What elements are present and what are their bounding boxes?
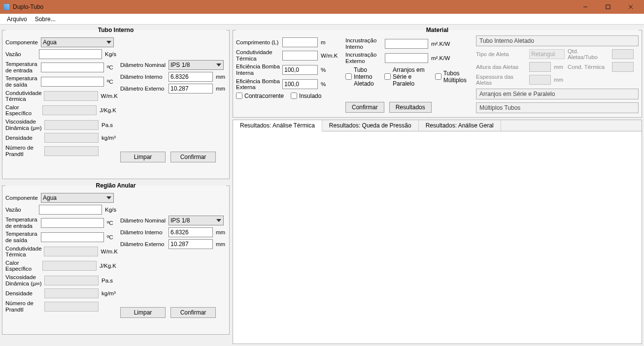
menubar: Arquivo Sobre... (0, 14, 644, 25)
mat-confirmar-button[interactable]: Confirmar (345, 102, 384, 113)
ra-temp-saida-label: Temperatura de saída (5, 231, 39, 243)
close-button[interactable] (619, 0, 642, 14)
fin-esp-label: Espessura das Aletas (476, 74, 526, 86)
maximize-button[interactable] (597, 0, 619, 14)
ti-componente-label: Componente (5, 39, 39, 46)
ra-componente-select[interactable]: Agua (41, 193, 114, 203)
mat-incr-ext-input[interactable] (385, 53, 428, 63)
fin-tipo-select: Retangular (529, 49, 565, 59)
fin-esp-input (529, 75, 551, 85)
fieldset-tubo-interno: Tubo Interno Componente Agua Vazão Kg/s … (2, 27, 230, 179)
ra-dens-label: Densidade (5, 290, 42, 297)
mat-ef-bomba-int-label: Eficiência Bomba Interna (236, 63, 280, 76)
ra-dens-unit: kg/m³ (102, 290, 116, 296)
ti-diam-nom-select[interactable]: IPS 1/8 (169, 60, 224, 70)
ti-prandtl-label: Número de Prandtl (5, 145, 42, 157)
mat-ef-bomba-ext-input[interactable] (282, 79, 318, 89)
ra-limpar-button[interactable]: Limpar (120, 307, 166, 318)
ti-diam-ext-unit: mm (216, 86, 225, 92)
ra-diam-int-unit: mm (216, 229, 225, 235)
chk-tubo-aletado[interactable]: Tubo Interno Aletado (345, 66, 380, 87)
fin-altura-label: Altura das Aletas (476, 64, 526, 70)
box-mult: Múltiplos Tubos (476, 102, 639, 113)
ra-calor-esp-input (42, 261, 97, 271)
box-arranjos: Arranjos em Série e Paralelo (476, 89, 639, 99)
mat-comprimento-label: Comprimento (L) (236, 39, 280, 46)
ti-diam-int-input[interactable] (169, 72, 213, 82)
menu-sobre[interactable]: Sobre... (31, 15, 60, 24)
fin-cond-input (612, 62, 634, 72)
fin-altura-input (529, 62, 551, 72)
tab-analise-termica[interactable]: Resultados: Análise Térmica (233, 120, 322, 131)
ti-limpar-button[interactable]: Limpar (120, 152, 166, 162)
ra-visc-din-label: Viscosidade Dinâmica (µ∞) (5, 274, 42, 286)
ra-diam-int-input[interactable] (169, 227, 213, 237)
fin-qtd-label: Qtd. Aletas/Tubo (568, 48, 609, 60)
ti-vazao-input[interactable] (39, 49, 102, 59)
ra-vazao-label: Vazão (5, 207, 37, 213)
ti-temp-saida-unit: ºC (107, 79, 113, 85)
app-icon (3, 3, 10, 10)
ti-diam-ext-input[interactable] (169, 84, 213, 94)
ra-temp-entrada-input[interactable] (41, 218, 104, 228)
ti-temp-entrada-input[interactable] (41, 63, 104, 72)
ra-diam-nom-select[interactable]: IPS 1/8 (169, 216, 224, 225)
fin-altura-unit: mm (554, 64, 565, 70)
ra-visc-din-input (44, 276, 99, 285)
ra-confirmar-button[interactable]: Confirmar (170, 307, 216, 318)
ra-diam-ext-input[interactable] (169, 239, 213, 249)
ti-temp-saida-input[interactable] (41, 77, 104, 87)
fieldset-regiao-anular: Região Anular Componente Agua Vazão Kg/s… (2, 182, 230, 335)
ra-vazao-input[interactable] (39, 205, 102, 215)
svg-rect-1 (606, 5, 610, 9)
chk-insulado[interactable]: Insulado (291, 93, 321, 99)
mat-incr-int-input[interactable] (385, 39, 428, 49)
ti-visc-din-label: Viscosidade Dinâmica (µ∞) (5, 119, 42, 131)
ti-componente-select[interactable]: Agua (41, 37, 114, 47)
mat-cond-term-label: Condutividade Térmica (236, 49, 280, 62)
ra-prandtl-label: Número de Prandtl (5, 300, 42, 313)
chk-contracorrente[interactable]: Contracorrente (236, 93, 284, 99)
ti-diam-nom-label: Diâmetro Nominal (120, 62, 167, 68)
chk-tubos-mult[interactable]: Tubos Múltiplos (435, 70, 467, 84)
mat-comprimento-input[interactable] (282, 37, 318, 47)
window-title: Duplo-Tubo (13, 3, 574, 10)
ti-diam-int-unit: mm (216, 74, 225, 80)
ti-visc-din-unit: Pa.s (102, 122, 113, 128)
tab-analise-geral[interactable]: Resultados: Análise Geral (419, 120, 501, 131)
mat-ef-bomba-ext-unit: % (321, 81, 326, 87)
minimize-button[interactable] (574, 0, 597, 14)
mat-ef-bomba-int-input[interactable] (282, 65, 318, 75)
tab-queda-pressao[interactable]: Resultados: Queda de Pressão (322, 120, 419, 131)
ti-cond-term-input (44, 91, 98, 101)
ti-cond-term-label: Condutividade Térmica (5, 90, 42, 102)
fin-cond-label: Cond. Térmica (568, 64, 609, 70)
mat-resultados-button[interactable]: Resultados (389, 102, 432, 113)
ra-temp-entrada-label: Temperatura de entrada (5, 217, 39, 229)
mat-cond-term-input[interactable] (282, 51, 318, 61)
tab-content (233, 131, 642, 344)
ra-cond-term-input (44, 247, 98, 256)
ti-diam-ext-label: Diâmetro Externo (120, 86, 167, 92)
fin-tipo-label: Tipo de Aleta (476, 51, 526, 57)
ti-visc-din-input (44, 120, 99, 130)
ti-dens-label: Densidade (5, 135, 42, 141)
legend-regiao-anular: Região Anular (5, 182, 226, 189)
ra-dens-input (44, 288, 99, 298)
box-tubo-aletado: Tubo Interno Aletado (476, 35, 639, 46)
ra-cond-term-unit: W/m.K (101, 249, 118, 254)
ti-temp-entrada-unit: ºC (107, 64, 113, 70)
window-titlebar: Duplo-Tubo (0, 0, 644, 14)
ti-dens-input (44, 133, 99, 143)
ra-cond-term-label: Condutividade Térmica (5, 246, 42, 258)
mat-comprimento-unit: m (321, 39, 326, 45)
ti-cond-term-unit: W/m.K (101, 93, 118, 99)
chk-arranjos[interactable]: Arranjos em Série e Paralelo (384, 66, 431, 87)
ra-temp-saida-input[interactable] (41, 232, 104, 242)
ra-componente-label: Componente (5, 195, 39, 201)
menu-arquivo[interactable]: Arquivo (3, 15, 31, 24)
ra-visc-din-unit: Pa.s (102, 278, 113, 283)
legend-material: Material (236, 27, 639, 33)
ti-confirmar-button[interactable]: Confirmar (170, 152, 216, 162)
fin-qtd-input (612, 49, 634, 59)
